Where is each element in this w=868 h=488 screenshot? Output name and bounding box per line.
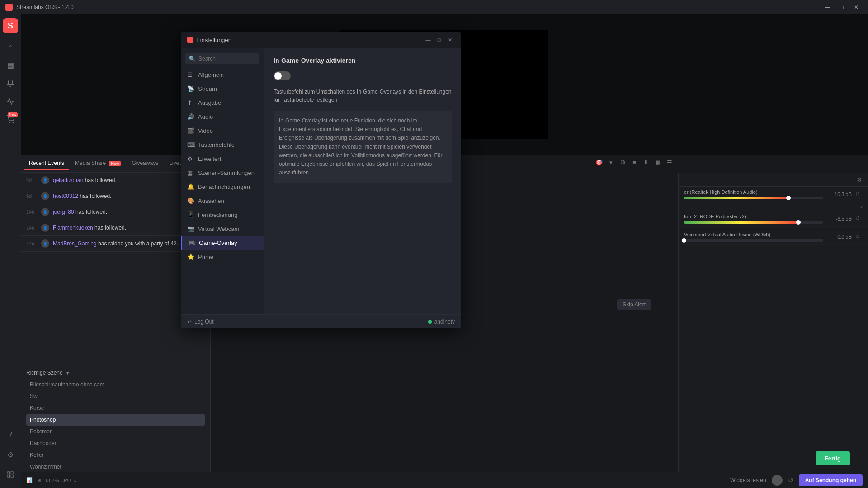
- tab-recent-events[interactable]: Recent Events: [24, 157, 69, 170]
- sidebar-item-help[interactable]: ?: [2, 427, 19, 443]
- event-user-link[interactable]: Flammenkueken: [53, 225, 93, 231]
- settings-menu-label: Stream: [198, 85, 217, 92]
- settings-menu-aussehen[interactable]: 🎨 Aussehen: [181, 194, 264, 208]
- search-input[interactable]: [198, 56, 256, 62]
- settings-menu-prime[interactable]: ⭐ Prime: [181, 250, 264, 264]
- scene-item[interactable]: Keller: [26, 449, 205, 461]
- title-bar: Streamlabs OBS - 1.4.0 — □ ✕: [0, 0, 868, 14]
- scene-item-active[interactable]: Photoshop: [26, 414, 205, 426]
- event-time: 14d: [26, 209, 38, 215]
- layout2-icon[interactable]: ☰: [665, 157, 675, 167]
- settings-menu-erweitert[interactable]: ⚙ Erweitert: [181, 152, 264, 166]
- log-out-button[interactable]: ↩ Log Out: [187, 319, 214, 325]
- settings-maximize-btn[interactable]: □: [434, 36, 444, 44]
- refresh-icon[interactable]: ↺: [855, 191, 863, 198]
- mixer-controls: [684, 239, 823, 242]
- settings-menu-fernbedienung[interactable]: 📱 Fernbedienung: [181, 208, 264, 222]
- mixer-level: -6.5 dB: [827, 216, 852, 221]
- settings-sidebar: 🔍 ☰ Allgemein 📡 Stream ⬆ Ausgabe 🔊 Audio…: [181, 48, 264, 314]
- setting-section-title: In-Game-Overlay aktivieren: [274, 57, 452, 64]
- scene-item[interactable]: Kurse: [26, 402, 205, 414]
- title-bar-left: Streamlabs OBS - 1.4.0: [5, 4, 74, 11]
- scene-item[interactable]: Sw: [26, 390, 205, 402]
- mixer-knob[interactable]: [682, 238, 686, 243]
- filter2-icon[interactable]: ≡: [629, 157, 639, 167]
- search-icon: 🔍: [189, 56, 196, 62]
- sidebar-item-store[interactable]: New: [2, 111, 19, 127]
- settings-search-box[interactable]: 🔍: [185, 53, 259, 64]
- tab-giveaways[interactable]: Giveaways: [127, 157, 163, 170]
- info-icon[interactable]: ℹ: [74, 477, 76, 483]
- event-text: host00312 has followed.: [53, 193, 111, 199]
- sidebar-item-scenes[interactable]: ▦: [2, 57, 19, 73]
- event-user-link[interactable]: geliadizohan: [53, 177, 83, 183]
- refresh-icon[interactable]: ↺: [855, 215, 863, 222]
- settings-menu-video[interactable]: 🎬 Video: [181, 124, 264, 138]
- settings-close-btn[interactable]: ✕: [445, 36, 455, 44]
- reset-icon[interactable]: ↺: [788, 477, 793, 484]
- event-user-link[interactable]: host00312: [53, 193, 78, 199]
- event-user-link[interactable]: joerg_80: [53, 209, 74, 215]
- widgets-test-label[interactable]: Widgets testen: [730, 477, 766, 483]
- settings-menu-stream[interactable]: 📡 Stream: [181, 82, 264, 96]
- scene-item[interactable]: Dachboden: [26, 437, 205, 449]
- scenes-title: Richtige Szene: [26, 370, 63, 376]
- settings-menu-szenen[interactable]: ▦ Szenen-Sammlungen: [181, 166, 264, 180]
- settings-menu-tastenbefehle[interactable]: ⌨ Tastenbefehle: [181, 138, 264, 152]
- settings-menu-ausgabe[interactable]: ⬆ Ausgabe: [181, 96, 264, 110]
- mixer-bar-container[interactable]: [684, 221, 823, 224]
- close-button[interactable]: ✕: [850, 3, 863, 12]
- cpu-label: 13.2% CPU: [45, 478, 71, 483]
- fertig-button[interactable]: Fertig: [816, 451, 850, 465]
- settings-menu-benachrichtigungen[interactable]: 🔔 Benachrichtigungen: [181, 180, 264, 194]
- minimize-button[interactable]: —: [821, 3, 834, 12]
- settings-menu-label: Tastenbefehle: [198, 141, 235, 148]
- username-label: andinotv: [434, 319, 455, 325]
- avatar: 👤: [41, 176, 49, 184]
- settings-menu-audio[interactable]: 🔊 Audio: [181, 110, 264, 124]
- chevron-down-icon[interactable]: ▾: [606, 157, 616, 167]
- log-out-icon: ↩: [187, 319, 192, 325]
- scene-item[interactable]: Wohnzimmer: [26, 461, 205, 473]
- go-live-button[interactable]: Auf Sendung gehen: [799, 474, 863, 486]
- mixer-bar-container[interactable]: [684, 239, 823, 242]
- settings-menu-label: Audio: [198, 113, 213, 120]
- mixer-header: ⚙: [679, 173, 868, 187]
- toolbar-area: 🎯 ▾ ⧉ ≡ ⏸ ▦ ☰ Skip Alert: [590, 155, 678, 170]
- sidebar-item-settings[interactable]: ⚙: [2, 446, 19, 463]
- settings-menu-virtual-webcam[interactable]: 📷 Virtual Webcam: [181, 222, 264, 236]
- event-user-link[interactable]: MadBros_Gaming: [53, 240, 97, 247]
- appearance-icon: 🎨: [187, 197, 194, 204]
- scenes-header: Richtige Szene ▼: [26, 370, 205, 376]
- svg-rect-5: [11, 475, 13, 477]
- sidebar-item-stats[interactable]: [2, 93, 19, 109]
- svg-point-0: [9, 122, 10, 123]
- dropdown-arrow-icon[interactable]: ▼: [66, 371, 70, 375]
- layout1-icon[interactable]: ▦: [653, 157, 663, 167]
- event-time: 14d: [26, 241, 38, 246]
- filter-icon[interactable]: 🎯: [594, 157, 604, 167]
- scene-item[interactable]: Pokemon: [26, 426, 205, 437]
- sidebar-item-grid[interactable]: [2, 466, 19, 483]
- skip-alert-button[interactable]: Skip Alert: [617, 299, 651, 310]
- settings-menu-game-overlay[interactable]: 🎮 Game-Overlay: [181, 236, 264, 250]
- copy-icon[interactable]: ⧉: [618, 157, 627, 167]
- mixer-bar-container[interactable]: [684, 197, 823, 199]
- tab-media-share[interactable]: Media Share New: [71, 157, 125, 170]
- sidebar-item-home[interactable]: ⌂: [2, 39, 19, 55]
- mixer-knob[interactable]: [786, 196, 791, 200]
- overlay-toggle[interactable]: [274, 71, 291, 80]
- hotkey-description: Tasturbefehl zum Umschalten des In-Game-…: [274, 88, 452, 104]
- scene-item[interactable]: Bildschirmaufnahme ohne cam: [26, 379, 205, 390]
- window-controls: — □ ✕: [821, 3, 863, 12]
- sidebar-item-alerts[interactable]: [2, 75, 19, 91]
- mixer-knob[interactable]: [796, 220, 801, 225]
- maximize-button[interactable]: □: [835, 3, 848, 12]
- pause-icon[interactable]: ⏸: [641, 157, 651, 167]
- settings-minimize-btn[interactable]: —: [423, 36, 433, 44]
- mixer-device-info: Voicemod Virtual Audio Device (WDM)): [684, 232, 823, 242]
- mixer-device-row: Voicemod Virtual Audio Device (WDM)) 0.0…: [679, 229, 868, 245]
- mixer-settings-icon[interactable]: ⚙: [854, 174, 864, 184]
- refresh-icon[interactable]: ↺: [855, 233, 863, 240]
- settings-menu-allgemein[interactable]: ☰ Allgemein: [181, 68, 264, 82]
